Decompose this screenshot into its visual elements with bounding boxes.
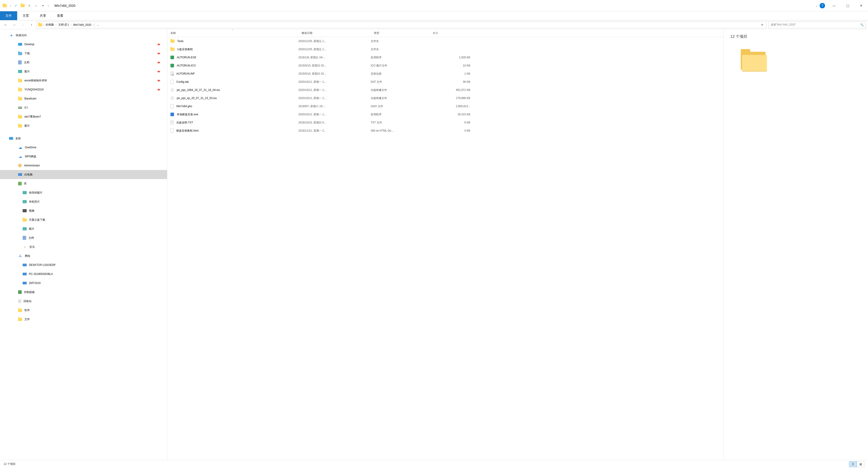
tree-item[interactable]: 天翼云盘下载 [0,215,167,224]
tree-label: 音乐 [29,245,35,249]
file-date: 2019/9/7, 星期六 19:... [298,104,371,108]
tree-label: 本机照片 [29,200,40,204]
refresh-icon[interactable]: ⟳ [759,23,765,27]
tree-software[interactable]: 软件 [0,306,167,315]
file-row[interactable]: Win7x64.gho2019/9/7, 星期六 19:...GHO 文件2,9… [167,102,723,110]
navigation-tree[interactable]: 快速访问 Desktop📌下载📌文档📌图片📌excel表格制作求和📌YUNQIS… [0,29,167,460]
tab-share[interactable]: 共享 [34,11,52,20]
tree-label: DESKTOP-LSSOEDP [29,263,56,267]
tree-item[interactable]: 本机照片 [0,197,167,206]
tab-home[interactable]: 主页 [17,11,34,20]
file-row[interactable]: AUTORUN.EXE2016/1/8, 星期五 04:...应用程序1,926… [167,53,723,62]
tree-item[interactable]: win7重装win7 [0,112,167,121]
column-size[interactable]: 大小 [430,29,475,37]
file-type: 文件夹 [371,39,430,43]
column-headers: ˄ 名称 修改日期 类型 大小 [167,29,723,37]
tree-item[interactable]: 下载📌 [0,49,167,58]
file-row[interactable]: pe_yqs_1064_20_07_31_16_04.iso2020/10/12… [167,86,723,94]
tree-item[interactable]: excel表格制作求和📌 [0,76,167,85]
tree-item[interactable]: 此电脑 [0,170,167,179]
file-row[interactable]: AUTORUN.INF2015/5/10, 星期日 02...安装信息1 KB [167,70,723,78]
maximize-button[interactable]: ▢ [841,0,855,11]
tree-item[interactable]: PC-20190530OBLA [0,270,167,279]
search-icon[interactable]: 🔍 [860,23,864,27]
undo-icon[interactable]: ⎌ [34,3,39,8]
properties-icon[interactable]: ✓ [13,3,18,8]
breadcrumb-segment[interactable]: 此电脑 [45,23,55,27]
tree-item[interactable]: DESKTOP-LSSOEDP [0,260,167,270]
file-row[interactable]: U盘安装教程2020/12/25, 星期五 1...文件夹 [167,45,723,53]
column-date[interactable]: 修改日期 [298,29,371,37]
tree-item[interactable]: Desktop📌 [0,40,167,49]
chevron-icon[interactable]: › [93,24,94,26]
tree-item[interactable]: WPS网盘 [0,152,167,161]
tree-desktop[interactable]: 桌面 [0,134,167,143]
new-folder-icon[interactable] [20,3,25,8]
tree-item[interactable]: 音乐 [0,242,167,251]
tree-control-panel[interactable]: 控制面板 [0,288,167,297]
breadcrumb-history-icon[interactable]: ⌄ [95,23,101,27]
tree-label: WPS网盘 [25,155,36,158]
chevron-icon[interactable]: › [56,24,56,26]
column-name[interactable]: ˄ 名称 [167,29,298,37]
folder-icon [18,318,22,321]
file-row[interactable]: pe_yqs_xp_20_07_31_15_53.iso2020/10/12, … [167,94,723,102]
tree-network[interactable]: 网络 [0,251,167,260]
file-row[interactable]: 光盘说明.TXT2016/10/23, 星期日 0...TXT 文件5 KB [167,119,723,127]
file-row[interactable]: Tools2020/12/25, 星期五 1...文件夹 [167,37,723,45]
tree-item[interactable]: YUNQISHI2019📌 [0,85,167,94]
breadcrumb[interactable]: › 此电脑 › 文档 (E:) › Win7x64_2020 › ⌄ ⟳ [37,22,767,28]
control-panel-icon [18,290,22,294]
icons-view-button[interactable]: ▦ [857,461,864,467]
tree-label: 文档 [29,236,34,240]
network-icon [18,254,23,258]
tree-label: PC-20190530OBLA [29,273,53,276]
file-row[interactable]: 硬盘安装教程.html2016/11/21, 星期一 2...360 se HT… [167,127,723,135]
up-button[interactable]: ↑ [28,22,35,28]
tree-item[interactable]: 图片 [0,224,167,233]
tree-quick-access[interactable]: 快速访问 [0,31,167,40]
file-row[interactable]: Config.dat2020/10/12, 星期一 1...DAT 文件36 K… [167,78,723,86]
tree-item[interactable]: 视频 [0,206,167,215]
close-button[interactable]: ✕ [855,0,868,11]
tree-item[interactable]: G:\ [0,103,167,112]
delete-icon[interactable]: ✕ [27,3,32,8]
file-size: 1,926 KB [430,56,475,59]
recent-dropdown[interactable]: ⌄ [20,22,26,28]
forward-button[interactable]: → [11,22,18,28]
file-size: 10 KB [430,64,475,67]
file-type: 光盘映像文件 [371,88,430,92]
tree-item[interactable]: Administrator [0,161,167,170]
column-type[interactable]: 类型 [371,29,430,37]
tree-item[interactable]: Bandicam [0,94,167,103]
tree-item[interactable]: OneDrive [0,143,167,152]
tree-item[interactable]: 保存的图片 [0,188,167,197]
search-input[interactable]: 搜索"Win7x64_2020" 🔍 [769,22,866,28]
ribbon-minimize-icon[interactable]: ⌄ [815,4,818,7]
tree-recycle-bin[interactable]: 回收站 [0,297,167,306]
tree-item[interactable]: 库 [0,179,167,188]
qat-dropdown-icon[interactable]: ▾ [40,3,45,8]
minimize-button[interactable]: — [827,0,841,11]
tree-item[interactable]: 文档 [0,233,167,242]
breadcrumb-segment[interactable]: 文档 (E:) [57,23,70,27]
file-type: 安装信息 [371,72,430,76]
chevron-icon[interactable]: › [70,24,71,26]
tree-item[interactable]: 图片📌 [0,67,167,76]
iso-icon [170,88,174,92]
details-view-button[interactable]: ☰ [849,461,857,467]
tree-files[interactable]: 文件 [0,315,167,324]
file-row[interactable]: 本地硬盘安装.exe2020/10/12, 星期一 1...应用程序28,315… [167,110,723,119]
file-date: 2016/10/23, 星期日 0... [298,121,371,125]
chevron-icon[interactable]: › [43,24,44,26]
help-icon[interactable]: ? [819,3,825,8]
back-button[interactable]: ← [2,22,9,28]
tab-view[interactable]: 查看 [52,11,69,20]
tab-file[interactable]: 文件 [0,11,17,20]
file-row[interactable]: AUTORUN.ICO2015/5/10, 星期日 02...ICO 图片文件1… [167,62,723,70]
tree-item[interactable]: ZMT2019 [0,279,167,288]
breadcrumb-segment[interactable]: Win7x64_2020 [72,23,92,27]
html-icon [170,129,174,133]
tree-item[interactable]: 文档📌 [0,58,167,67]
tree-item[interactable]: 图片 [0,121,167,130]
